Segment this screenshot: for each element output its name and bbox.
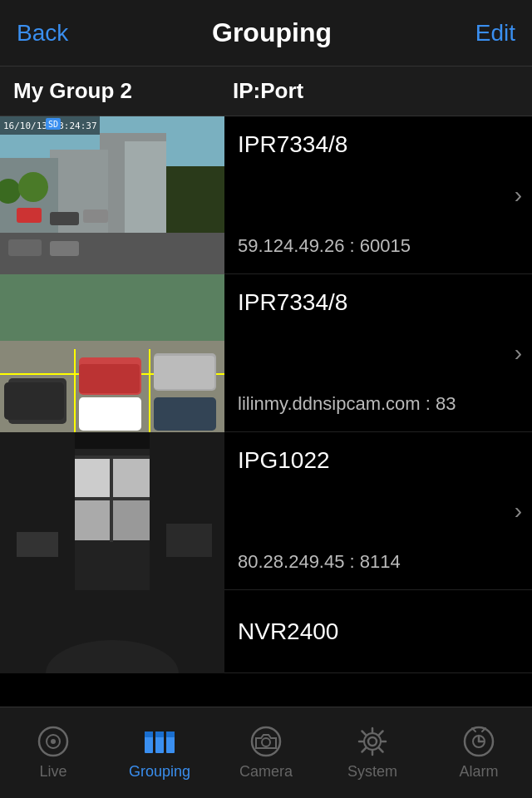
camera-thumbnail — [0, 432, 224, 590]
ip-column-header: IP:Port — [233, 78, 303, 103]
edit-button[interactable]: Edit — [475, 20, 515, 47]
camera-info: IPG1022 › 80.28.249.45 : 8114 — [224, 432, 532, 589]
svg-rect-11 — [50, 241, 79, 256]
tab-grouping-label: Grouping — [129, 763, 190, 781]
svg-rect-58 — [166, 732, 175, 737]
tab-system-label: System — [347, 763, 397, 781]
tab-camera-label: Camera — [239, 763, 293, 781]
svg-rect-41 — [110, 456, 113, 542]
tab-grouping[interactable]: Grouping — [110, 725, 209, 781]
camera-info: IPR7334/8 › lilinmy.ddnsipcam.com : 83 — [224, 274, 532, 431]
svg-rect-7 — [17, 208, 42, 223]
svg-rect-28 — [79, 397, 141, 431]
svg-rect-57 — [155, 732, 164, 737]
svg-rect-9 — [83, 209, 108, 223]
svg-rect-38 — [113, 499, 150, 540]
page-title: Grouping — [212, 17, 332, 48]
tab-live[interactable]: Live — [3, 725, 103, 781]
tab-alarm[interactable]: Alarm — [429, 725, 529, 781]
svg-rect-44 — [150, 432, 224, 590]
svg-rect-35 — [75, 457, 111, 497]
chevron-right-icon: › — [515, 340, 522, 367]
chevron-right-icon: › — [515, 498, 522, 525]
tab-camera[interactable]: Camera — [216, 725, 316, 781]
grouping-icon — [143, 725, 176, 758]
camera-list: 16/10/13 13:24:37 SD IPR7334/8 › 59.124.… — [0, 116, 532, 673]
svg-rect-27 — [79, 364, 140, 393]
svg-rect-46 — [166, 524, 212, 557]
svg-rect-43 — [0, 432, 75, 590]
camera-thumbnail — [0, 274, 224, 432]
tab-alarm-label: Alarm — [459, 763, 498, 781]
system-icon — [356, 725, 389, 758]
table-row[interactable]: IPR7334/8 › lilinmy.ddnsipcam.com : 83 — [0, 274, 532, 432]
svg-point-61 — [368, 737, 377, 746]
camera-model: IPR7334/8 — [238, 289, 524, 316]
svg-point-60 — [262, 738, 270, 746]
back-button[interactable]: Back — [17, 20, 68, 47]
navigation-bar: Back Grouping Edit — [0, 0, 532, 66]
tab-live-label: Live — [39, 763, 66, 781]
svg-rect-36 — [113, 457, 150, 497]
camera-thumbnail: 16/10/13 13:24:37 SD — [0, 116, 224, 274]
svg-rect-25 — [4, 382, 64, 420]
group-column-header: My Group 2 — [13, 78, 132, 103]
alarm-icon — [462, 725, 495, 758]
svg-rect-8 — [50, 212, 79, 225]
svg-text:SD: SD — [48, 120, 58, 129]
camera-model: NVR2400 — [238, 618, 338, 645]
camera-info: IPR7334/8 › 59.124.49.26 : 60015 — [224, 116, 532, 273]
svg-rect-45 — [17, 532, 58, 557]
table-header: My Group 2 IP:Port — [0, 66, 532, 116]
svg-point-62 — [364, 733, 381, 750]
table-row[interactable]: NVR2400 — [0, 590, 532, 673]
svg-rect-56 — [145, 732, 153, 737]
svg-point-52 — [51, 739, 56, 744]
chevron-right-icon: › — [515, 182, 522, 209]
svg-point-13 — [18, 172, 48, 202]
table-row[interactable]: 16/10/13 13:24:37 SD IPR7334/8 › 59.124.… — [0, 116, 532, 274]
tab-bar: Live Grouping Camera System — [0, 707, 532, 798]
camera-thumbnail — [0, 590, 224, 673]
camera-address: 59.124.49.26 : 60015 — [238, 234, 524, 259]
camera-model: IPG1022 — [238, 447, 524, 474]
svg-rect-10 — [8, 239, 42, 256]
svg-rect-3 — [125, 141, 166, 233]
tab-system[interactable]: System — [323, 725, 422, 781]
live-icon — [37, 725, 70, 758]
camera-address: 80.28.249.45 : 8114 — [238, 550, 524, 574]
svg-rect-30 — [154, 397, 216, 431]
svg-rect-31 — [154, 356, 214, 389]
camera-info: NVR2400 — [224, 590, 532, 672]
camera-address: lilinmy.ddnsipcam.com : 83 — [238, 392, 524, 416]
camera-model: IPR7334/8 — [238, 131, 524, 158]
camera-icon — [249, 725, 283, 758]
svg-rect-37 — [75, 499, 111, 540]
svg-rect-19 — [0, 274, 224, 341]
table-row[interactable]: IPG1022 › 80.28.249.45 : 8114 — [0, 432, 532, 590]
